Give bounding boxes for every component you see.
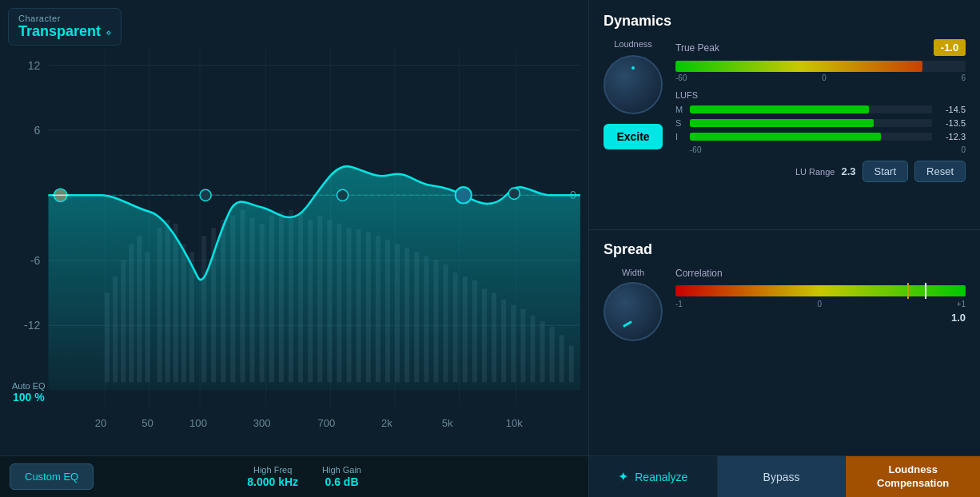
auto-eq-value: 100 % — [12, 391, 46, 404]
svg-text:2k: 2k — [381, 417, 392, 429]
high-freq-item: High Freq 8.000 kHz — [247, 465, 298, 489]
dynamics-section: Dynamics Loudness Excite True Peak -1.0 — [589, 0, 980, 230]
auto-eq-section: Auto EQ 100 % — [12, 381, 46, 404]
bypass-button[interactable]: Bypass — [718, 456, 847, 497]
loudness-comp-line1: Loudness — [888, 463, 937, 475]
loudness-knob[interactable] — [604, 55, 663, 114]
truepeak-scale-max: 6 — [961, 74, 966, 82]
high-gain-value: 0.6 dB — [325, 475, 359, 488]
right-panel: Dynamics Loudness Excite True Peak -1.0 — [588, 0, 980, 497]
width-label: Width — [622, 268, 644, 277]
lu-range-row: LU Range 2.3 Start Reset — [675, 161, 966, 182]
dynamics-title: Dynamics — [604, 13, 966, 30]
truepeak-col: True Peak -1.0 -60 0 6 — [675, 39, 966, 215]
spread-section: Spread Width Correlation — [589, 230, 980, 456]
loudness-col: Loudness Excite — [604, 39, 663, 215]
lufs-scale: -60 0 — [675, 145, 966, 154]
svg-point-81 — [456, 187, 472, 203]
lufs-scale-zero: 0 — [961, 145, 966, 154]
width-knob-indicator — [623, 320, 632, 328]
loudness-knob-dot — [631, 66, 635, 70]
lufs-I-fill — [690, 133, 881, 141]
lu-range-label: LU Range — [795, 167, 835, 177]
lufs-S-tag: S — [675, 118, 685, 128]
high-gain-label: High Gain — [322, 465, 361, 475]
correlation-scale: -1 0 +1 — [675, 300, 966, 308]
lufs-scale-min: -60 — [690, 145, 701, 154]
correlation-indicator-1 — [907, 283, 909, 299]
lufs-S-fill — [690, 119, 874, 127]
spread-title: Spread — [604, 241, 966, 258]
svg-text:20: 20 — [95, 417, 107, 429]
lufs-M-fill — [690, 105, 869, 113]
truepeak-value: -1.0 — [934, 39, 966, 56]
lufs-S-value: -13.5 — [937, 118, 966, 128]
lufs-M-tag: M — [675, 105, 685, 114]
loudness-label: Loudness — [614, 39, 652, 49]
truepeak-bar-fill — [675, 61, 922, 72]
width-col: Width — [604, 268, 663, 341]
truepeak-scale-min: -60 — [675, 74, 687, 82]
left-panel: Character Transparent ⬦ 12 6 0 -6 -12 — [0, 0, 588, 497]
correlation-label: Correlation — [675, 268, 966, 279]
correlation-scale-max: +1 — [957, 300, 966, 308]
eq-area: 12 6 0 -6 -12 20 50 100 300 700 — [0, 0, 588, 455]
lufs-I-bar — [690, 133, 932, 141]
loudness-compensation-button[interactable]: Loudness Compensation — [846, 456, 980, 497]
lufs-S-bar — [690, 119, 932, 127]
lu-range-value: 2.3 — [841, 165, 855, 177]
width-knob[interactable] — [604, 282, 663, 341]
correlation-scale-zero: 0 — [817, 300, 822, 308]
character-arrows: ⬦ — [106, 26, 111, 38]
svg-text:300: 300 — [253, 417, 271, 429]
correlation-col: Correlation -1 0 +1 1.0 — [675, 268, 966, 341]
correlation-value: 1.0 — [675, 312, 966, 324]
bottom-buttons: ✦ Reanalyze Bypass Loudness Compensation — [589, 455, 980, 497]
lufs-header: LUFS — [675, 90, 966, 100]
truepeak-bar-container — [675, 61, 966, 72]
truepeak-bar-bg — [675, 61, 966, 72]
reset-button[interactable]: Reset — [914, 161, 966, 182]
svg-text:5k: 5k — [442, 417, 453, 429]
lufs-section: LUFS M -14.5 S — [675, 90, 966, 154]
character-text: Transparent — [18, 23, 101, 40]
truepeak-header: True Peak -1.0 — [675, 39, 966, 56]
svg-text:-6: -6 — [30, 254, 41, 267]
lufs-M-value: -14.5 — [937, 105, 966, 114]
bottom-bar: Custom EQ High Freq 8.000 kHz High Gain … — [0, 455, 588, 497]
svg-text:100: 100 — [189, 417, 207, 429]
auto-eq-label: Auto EQ — [12, 381, 46, 391]
start-button[interactable]: Start — [862, 161, 908, 182]
correlation-bar — [675, 285, 966, 296]
character-label: Character — [18, 14, 111, 23]
loudness-comp-line2: Compensation — [877, 477, 949, 489]
svg-text:10k: 10k — [506, 417, 524, 429]
high-freq-value: 8.000 kHz — [247, 475, 298, 488]
truepeak-scale: -60 0 6 — [675, 74, 966, 82]
reanalyze-button[interactable]: ✦ Reanalyze — [589, 456, 718, 497]
excite-button[interactable]: Excite — [604, 124, 662, 149]
high-freq-label: High Freq — [247, 465, 298, 475]
correlation-indicator-2 — [925, 283, 926, 299]
high-gain-item: High Gain 0.6 dB — [322, 465, 361, 489]
custom-eq-button[interactable]: Custom EQ — [10, 463, 94, 490]
lufs-I-tag: I — [675, 132, 685, 141]
truepeak-scale-zero: 0 — [822, 74, 827, 82]
svg-text:-12: -12 — [24, 319, 41, 332]
svg-point-82 — [508, 188, 520, 199]
eq-canvas: 12 6 0 -6 -12 20 50 100 300 700 — [0, 0, 588, 455]
lufs-I-row: I -12.3 — [675, 132, 966, 141]
spread-content: Width Correlation -1 0 — [604, 268, 966, 341]
svg-point-80 — [337, 189, 348, 201]
svg-text:700: 700 — [317, 417, 335, 429]
reanalyze-label: Reanalyze — [635, 471, 687, 483]
correlation-scale-min: -1 — [675, 300, 683, 308]
truepeak-label: True Peak — [675, 42, 719, 54]
svg-point-79 — [200, 189, 211, 201]
dynamics-content: Loudness Excite True Peak -1.0 — [604, 39, 966, 215]
lufs-I-value: -12.3 — [937, 132, 966, 141]
svg-text:50: 50 — [141, 417, 153, 429]
lufs-S-row: S -13.5 — [675, 118, 966, 128]
character-box[interactable]: Character Transparent ⬦ — [8, 8, 122, 46]
svg-text:6: 6 — [34, 124, 41, 137]
